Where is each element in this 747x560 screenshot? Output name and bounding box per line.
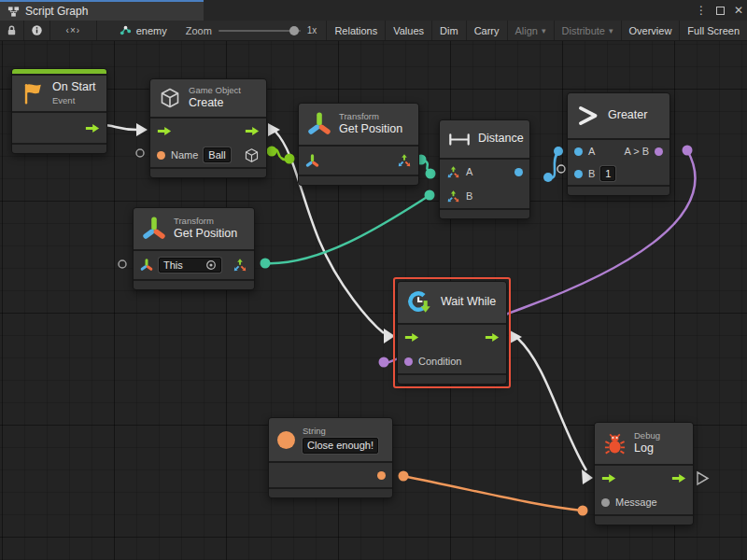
node-title: Create <box>189 96 241 111</box>
string-value-field[interactable]: Close enough! <box>303 438 378 455</box>
port-label: Message <box>615 497 657 508</box>
title-bar: Script Graph ⋮ ✕ <box>0 0 747 21</box>
node-greater[interactable]: Greater A A > B B 1 <box>567 92 670 196</box>
greater-icon <box>576 104 600 128</box>
flow-output-port[interactable] <box>671 473 686 483</box>
padlock-icon <box>6 24 18 36</box>
node-string[interactable]: String Close enough! <box>268 417 393 498</box>
node-body: A B <box>440 160 529 208</box>
input-port-b[interactable] <box>574 170 583 178</box>
node-body: Message <box>595 466 693 514</box>
node-footer <box>269 489 392 497</box>
lock-button[interactable] <box>0 21 24 40</box>
window-controls: ⋮ ✕ <box>696 0 743 21</box>
tab-script-graph[interactable]: Script Graph <box>0 0 204 21</box>
condition-input-port[interactable] <box>404 357 413 366</box>
name-input-port[interactable] <box>157 151 165 160</box>
port-row: This <box>134 251 254 279</box>
toolbar: ‹×› enemy Zoom 1x Relations Values Dim C… <box>0 21 747 41</box>
graph-name: enemy <box>136 25 167 36</box>
target-value-field[interactable]: This <box>159 258 221 273</box>
node-header: On Start Event <box>12 76 106 111</box>
string-output-port[interactable] <box>377 471 386 480</box>
node-footer <box>150 169 266 177</box>
values-button[interactable]: Values <box>385 21 431 40</box>
flow-input-port[interactable] <box>601 473 616 483</box>
node-supertitle: Transform <box>174 216 237 227</box>
flow-input-port[interactable] <box>404 332 419 343</box>
node-supertitle: String <box>303 426 378 437</box>
port-row <box>12 113 106 143</box>
zoom-value: 1x <box>307 25 317 35</box>
full-screen-button[interactable]: Full Screen <box>679 21 747 40</box>
inspect-button[interactable]: ‹×› <box>50 21 97 40</box>
cube-icon <box>159 87 181 109</box>
maximize-icon[interactable] <box>716 7 725 15</box>
node-subtitle: Event <box>52 95 96 106</box>
script-graph-window: Script Graph ⋮ ✕ ‹×› enemy Zoom 1x <box>0 0 747 560</box>
port-label: A <box>466 166 472 177</box>
vector3-output-port[interactable] <box>233 258 247 273</box>
node-wait-while[interactable]: Wait While Condition <box>397 281 507 385</box>
number-output-port[interactable] <box>514 168 523 176</box>
flow-output-port[interactable] <box>85 123 100 133</box>
flag-icon <box>21 81 45 105</box>
node-body: Name Ball <box>150 119 266 167</box>
input-port-a[interactable] <box>574 147 583 156</box>
port-row <box>269 463 392 487</box>
flow-output-port[interactable] <box>485 332 500 343</box>
align-dropdown[interactable]: Align <box>507 21 554 40</box>
node-supertitle: Transform <box>339 111 402 122</box>
node-header: Distance <box>440 120 529 158</box>
code-icon: ‹×› <box>66 25 81 35</box>
node-title: Greater <box>608 108 647 123</box>
b-value-field[interactable]: 1 <box>600 166 615 181</box>
target-picker-icon[interactable] <box>205 259 217 271</box>
relations-button[interactable]: Relations <box>326 21 385 40</box>
node-header: Transform Get Position <box>134 208 254 249</box>
node-title: Get Position <box>174 227 237 242</box>
transform-input-port[interactable] <box>305 154 319 168</box>
timer-icon <box>406 289 433 316</box>
info-icon <box>31 24 43 36</box>
flow-output-port[interactable] <box>245 126 260 136</box>
vector3-input-port-b[interactable] <box>446 189 460 203</box>
overview-button[interactable]: Overview <box>621 21 680 40</box>
vector3-input-port-a[interactable] <box>446 165 460 179</box>
flow-input-port[interactable] <box>157 126 172 136</box>
zoom-control: Zoom 1x <box>176 21 327 40</box>
vector3-output-port[interactable] <box>397 153 412 168</box>
node-body: A A > B B 1 <box>568 140 669 185</box>
bool-output-port[interactable] <box>655 147 663 156</box>
graph-breadcrumb[interactable]: enemy <box>110 21 176 40</box>
zoom-slider[interactable] <box>218 30 301 32</box>
node-get-position-b[interactable]: Transform Get Position This <box>133 207 255 290</box>
node-header: Debug Log <box>595 423 693 464</box>
close-icon[interactable]: ✕ <box>734 5 743 16</box>
carry-button[interactable]: Carry <box>466 21 507 40</box>
info-button[interactable] <box>24 21 50 40</box>
string-circle-icon <box>277 431 295 449</box>
node-footer <box>595 516 693 525</box>
node-get-position-a[interactable]: Transform Get Position <box>298 103 419 186</box>
node-title: On Start <box>52 80 96 95</box>
name-value-field[interactable]: Ball <box>204 147 230 162</box>
node-title: Wait While <box>441 295 496 310</box>
zoom-slider-knob[interactable] <box>289 26 299 35</box>
toolbar-buttons: Relations Values Dim Carry Align Distrib… <box>326 21 747 40</box>
dim-button[interactable]: Dim <box>431 21 466 40</box>
transform-icon <box>142 217 166 241</box>
node-header: String Close enough! <box>269 418 392 461</box>
node-debug-log[interactable]: Debug Log Message <box>594 422 694 525</box>
distribute-dropdown[interactable]: Distribute <box>554 21 621 40</box>
node-footer <box>398 375 506 384</box>
kebab-menu-icon[interactable]: ⋮ <box>696 5 707 16</box>
transform-input-port[interactable] <box>140 259 153 272</box>
gameobject-output-port[interactable] <box>244 147 260 163</box>
transform-icon <box>307 112 331 136</box>
message-input-port[interactable] <box>601 498 610 507</box>
port-label: B <box>588 168 595 179</box>
node-distance[interactable]: Distance A B <box>439 119 530 219</box>
node-create[interactable]: Game Object Create Name Ball <box>149 78 267 178</box>
node-on-start[interactable]: On Start Event <box>11 68 107 154</box>
